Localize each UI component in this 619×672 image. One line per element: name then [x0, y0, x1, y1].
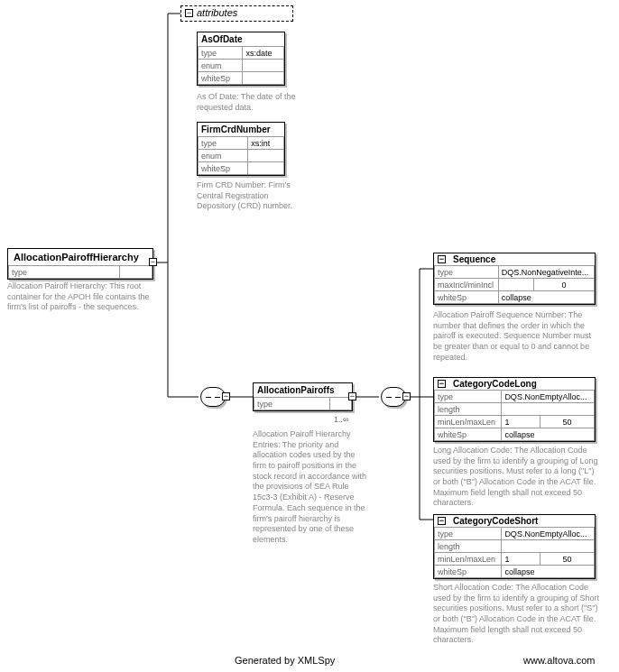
node-title-text: AllocationPairoffHierarchy	[14, 252, 139, 262]
collapse-icon[interactable]: −	[438, 380, 446, 388]
node-desc-asofdate: As Of Date: The date of the requested da…	[197, 92, 296, 113]
node-desc-pairoffs: Allocation Pairoff Hierarchy Entries: Th…	[253, 429, 370, 546]
collapse-icon[interactable]: −	[402, 392, 411, 400]
node-desc-cat-long: Long Allocation Code: The Allocation Cod…	[433, 446, 600, 509]
node-firm-crd: FirmCrdNumber typexs:int enum whiteSp	[197, 122, 285, 176]
node-as-of-date: AsOfDate typexs:date enum whiteSp	[197, 32, 285, 86]
attributes-label: attributes	[197, 7, 237, 18]
node-category-code-short: − CategoryCodeShort typeDQS.NonEmptyAllo…	[433, 514, 596, 579]
node-desc-cat-short: Short Allocation Code: The Allocation Co…	[433, 583, 600, 646]
collapse-icon[interactable]: −	[149, 258, 157, 266]
collapse-icon[interactable]: −	[438, 517, 446, 525]
footer-url: www.altova.com	[523, 655, 595, 666]
node-desc-root: Allocation Pairoff Hierarchy: This root …	[7, 281, 153, 313]
cardinality-text: 1..∞	[334, 415, 348, 424]
attributes-container: − attributes	[180, 5, 293, 22]
collapse-icon[interactable]: −	[438, 255, 446, 263]
props-table: type	[8, 265, 152, 279]
node-allocation-pairoffs: AllocationPairoffs type	[253, 382, 353, 411]
node-category-code-long: − CategoryCodeLong typeDQS.NonEmptyAlloc…	[433, 377, 596, 442]
collapse-icon[interactable]: −	[222, 392, 230, 400]
collapse-icon[interactable]: −	[348, 392, 356, 400]
node-title: AllocationPairoffHierarchy	[8, 249, 152, 265]
node-desc-sequence: Allocation Pairoff Sequence Number: The …	[433, 310, 596, 363]
footer-generated-by: Generated by XMLSpy	[235, 655, 335, 666]
node-desc-firmcrd: Firm CRD Number: Firm's Central Registra…	[197, 180, 305, 212]
node-sequence: − Sequence typeDQS.NonNegativeInte... ma…	[433, 253, 596, 305]
node-allocation-pairoff-hierarchy: AllocationPairoffHierarchy type	[7, 248, 153, 280]
collapse-icon[interactable]: −	[185, 9, 193, 17]
